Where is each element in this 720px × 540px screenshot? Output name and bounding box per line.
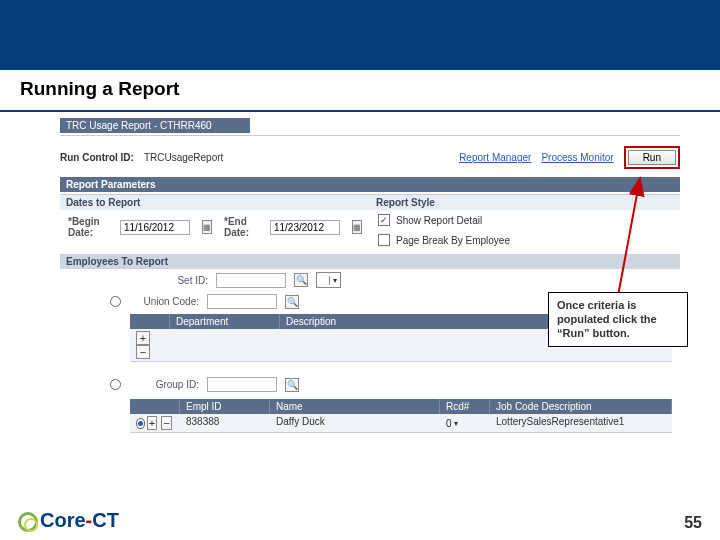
report-parameters-header: Report Parameters: [60, 177, 680, 192]
report-style-header: Report Style: [370, 194, 680, 210]
run-control-value: TRCUsageReport: [144, 152, 223, 163]
page-number: 55: [684, 514, 702, 532]
divider: [60, 135, 680, 136]
show-detail-label: Show Report Detail: [396, 215, 482, 226]
name-cell: Daffy Duck: [270, 414, 440, 432]
setid-label: Set ID:: [138, 275, 208, 286]
empl-grid-row: +− 838388 Daffy Duck 0 ▾ LotterySalesRep…: [130, 414, 672, 433]
page-break-checkbox[interactable]: [378, 234, 390, 246]
begin-date-input[interactable]: [120, 220, 190, 235]
lookup-icon[interactable]: 🔍: [285, 378, 299, 392]
page-break-label: Page Break By Employee: [396, 235, 510, 246]
union-input[interactable]: [207, 294, 277, 309]
remove-row-button[interactable]: −: [136, 345, 150, 359]
emplid-cell: 838388: [180, 414, 270, 432]
rcd-cell: 0: [446, 418, 452, 429]
dates-fields: *Begin Date: ▦ *End Date: ▦: [60, 210, 370, 244]
add-row-button[interactable]: +: [136, 331, 150, 345]
end-date-input[interactable]: [270, 220, 340, 235]
core-ct-logo: Core-CT: [18, 509, 119, 532]
name-col: Name: [270, 399, 440, 414]
report-app: TRC Usage Report - CTHRR460 Run Control …: [0, 112, 720, 435]
rcd-col: Rcd#: [440, 399, 490, 414]
chevron-down-icon[interactable]: ▾: [454, 419, 458, 428]
calendar-icon[interactable]: ▦: [202, 220, 212, 234]
employees-header: Employees To Report: [60, 254, 680, 269]
add-row-button[interactable]: +: [147, 416, 158, 430]
dates-header: Dates to Report: [60, 194, 370, 210]
group-radio[interactable]: [110, 379, 121, 390]
remove-row-button[interactable]: −: [161, 416, 172, 430]
run-button-highlight: Run: [624, 146, 680, 169]
jobcode-col: Job Code Description: [490, 399, 672, 414]
slide-title: Running a Report: [0, 70, 720, 112]
run-button[interactable]: Run: [628, 150, 676, 165]
instruction-callout: Once criteria is populated click the “Ru…: [548, 292, 688, 347]
run-control-row: Run Control ID: TRCUsageReport Report Ma…: [60, 146, 680, 169]
group-input[interactable]: [207, 377, 277, 392]
begin-date-label: *Begin Date:: [68, 216, 108, 238]
logo-ring-icon: [18, 512, 38, 532]
page-breadcrumb: TRC Usage Report - CTHRR460: [60, 118, 250, 133]
end-date-label: *End Date:: [224, 216, 258, 238]
lookup-icon[interactable]: 🔍: [285, 295, 299, 309]
lookup-icon[interactable]: 🔍: [294, 273, 308, 287]
jobcode-cell: LotterySalesRepresentative1: [490, 414, 672, 432]
group-label: Group ID:: [129, 379, 199, 390]
show-detail-checkbox[interactable]: ✓: [378, 214, 390, 226]
setid-input[interactable]: [216, 273, 286, 288]
chevron-down-icon[interactable]: ▾: [329, 276, 340, 285]
union-label: Union Code:: [129, 296, 199, 307]
header-band: [0, 0, 720, 70]
emplid-col: Empl ID: [180, 399, 270, 414]
report-manager-link[interactable]: Report Manager: [459, 152, 531, 163]
setid-dropdown[interactable]: ▾: [316, 272, 341, 288]
process-monitor-link[interactable]: Process Monitor: [541, 152, 613, 163]
dept-col: Department: [170, 314, 280, 329]
row-radio[interactable]: [136, 418, 145, 429]
calendar-icon[interactable]: ▦: [352, 220, 362, 234]
union-radio[interactable]: [110, 296, 121, 307]
empl-grid-header: Empl ID Name Rcd# Job Code Description: [130, 399, 672, 414]
run-control-label: Run Control ID:: [60, 152, 134, 163]
